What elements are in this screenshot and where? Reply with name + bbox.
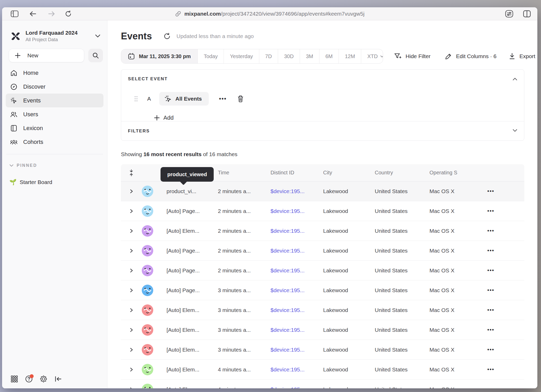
collapse-section-icon[interactable] (513, 77, 517, 82)
table-row[interactable]: [Auto] Page... 2 minutes a... $device:19… (121, 261, 524, 280)
row-menu-icon[interactable]: ••• (482, 208, 524, 214)
split-view-icon[interactable] (522, 9, 532, 19)
collapse-rows-icon[interactable] (121, 169, 142, 176)
distinct-id-link[interactable]: $device:195... (270, 248, 323, 254)
sidebar-item-starter-board[interactable]: 🌱 Starter Board (9, 179, 107, 186)
add-event-button[interactable]: Add (154, 114, 174, 121)
help-icon[interactable] (24, 374, 34, 384)
header-time[interactable]: Time (218, 170, 270, 176)
event-name: [Auto] Elem... (160, 386, 218, 389)
row-menu-icon[interactable]: ••• (482, 228, 524, 234)
new-button[interactable]: New (9, 49, 84, 62)
row-menu-icon[interactable]: ••• (482, 347, 524, 353)
expand-row-icon[interactable] (121, 327, 142, 333)
table-row[interactable]: [Auto] Elem... 3 minutes a... $device:19… (121, 320, 524, 340)
preset-6m[interactable]: 6M (319, 49, 339, 63)
distinct-id-link[interactable]: $device:195... (270, 228, 323, 234)
expand-row-icon[interactable] (121, 189, 142, 194)
row-menu-icon[interactable]: ••• (482, 248, 524, 254)
project-switcher[interactable]: Lord Farquaad 2024 All Project Data (10, 30, 102, 42)
row-menu-icon[interactable]: ••• (482, 307, 524, 313)
header-distinct-id[interactable]: Distinct ID (270, 170, 323, 176)
address-bar[interactable]: mixpanel.com/project/3472420/view/397469… (175, 7, 364, 20)
header-country[interactable]: Country (375, 170, 429, 176)
preset-3m[interactable]: 3M (300, 49, 319, 63)
sidebar-item-cohorts[interactable]: Cohorts (6, 135, 103, 149)
distinct-id-link[interactable]: $device:195... (270, 386, 323, 389)
distinct-id-link[interactable]: $device:195... (270, 188, 323, 194)
edit-columns-button[interactable]: Edit Columns · 6 (445, 53, 496, 60)
collapse-sidebar-icon[interactable] (53, 374, 63, 384)
table-row[interactable]: [Auto] Page... 2 minutes a... $device:19… (121, 241, 524, 261)
gear-icon[interactable] (39, 374, 48, 384)
table-row[interactable]: [Auto] Elem... 3 minutes a... $device:19… (121, 340, 524, 360)
sidebar-item-users[interactable]: Users (6, 107, 103, 121)
table-row[interactable]: product_vi... 2 minutes a... $device:195… (121, 181, 524, 201)
more-options-icon[interactable]: ••• (219, 95, 227, 102)
refresh-icon[interactable] (163, 33, 171, 40)
trash-icon[interactable] (237, 95, 244, 102)
back-icon[interactable] (28, 9, 38, 19)
row-menu-icon[interactable]: ••• (482, 188, 524, 194)
distinct-id-link[interactable]: $device:195... (270, 327, 323, 333)
table-row[interactable]: [Auto] Elem... 2 minutes a... $device:19… (121, 221, 524, 241)
preset-7d[interactable]: 7D (259, 49, 278, 63)
header-city[interactable]: City (323, 170, 375, 176)
preset-yesterday[interactable]: Yesterday (224, 49, 259, 63)
table-row[interactable]: [Auto] Elem... 3 minutes a... $device:19… (121, 300, 524, 320)
row-menu-icon[interactable]: ••• (482, 366, 524, 372)
reload-icon[interactable] (63, 9, 73, 19)
row-menu-icon[interactable]: ••• (482, 267, 524, 273)
date-picker[interactable]: Mar 11, 2025 3:30 pm (121, 49, 198, 63)
sidebar-item-home[interactable]: Home (6, 66, 103, 80)
expand-row-icon[interactable] (121, 209, 142, 214)
preset-30d[interactable]: 30D (278, 49, 300, 63)
distinct-id-link[interactable]: $device:195... (270, 287, 323, 293)
forward-icon[interactable] (46, 9, 57, 19)
distinct-id-link[interactable]: $device:195... (270, 347, 323, 353)
filters-title: FILTERS (128, 128, 150, 134)
expand-row-icon[interactable] (121, 268, 142, 273)
query-builder-card: SELECT EVENT A (121, 69, 524, 141)
sidebar-item-discover[interactable]: Discover (6, 80, 103, 94)
table-row[interactable]: [Auto] Page... 2 minutes a... $device:19… (121, 201, 524, 221)
table-row[interactable]: [Auto] Elem... 4 minutes a... $device:19… (121, 360, 524, 379)
row-menu-icon[interactable]: ••• (482, 327, 524, 333)
export-button[interactable]: Export (509, 53, 535, 60)
event-city: Lakewood (323, 347, 375, 353)
preset-xtd[interactable]: XTD (361, 49, 383, 63)
preset-12m[interactable]: 12M (339, 49, 361, 63)
pinned-section-toggle[interactable]: PINNED (9, 163, 107, 168)
page-settings-icon[interactable] (504, 9, 514, 19)
distinct-id-link[interactable]: $device:195... (270, 366, 323, 373)
row-menu-icon[interactable]: ••• (482, 386, 524, 388)
filters-section[interactable]: FILTERS (121, 121, 524, 140)
search-button[interactable] (88, 49, 103, 62)
header-operating-system[interactable]: Operating S (429, 170, 482, 176)
distinct-id-link[interactable]: $device:195... (270, 267, 323, 274)
all-events-chip[interactable]: All Events (159, 92, 209, 106)
apps-grid-icon[interactable] (9, 374, 19, 384)
expand-row-icon[interactable] (121, 308, 142, 313)
expand-section-icon[interactable] (513, 128, 517, 133)
sidebar-item-lexicon[interactable]: Lexicon (6, 121, 103, 135)
table-row[interactable]: [Auto] Page... 3 minutes a... $device:19… (121, 280, 524, 300)
expand-row-icon[interactable] (121, 248, 142, 253)
preset-today[interactable]: Today (198, 49, 224, 63)
expand-row-icon[interactable] (121, 387, 142, 389)
drag-handle-icon[interactable] (134, 96, 138, 102)
expand-row-icon[interactable] (121, 347, 142, 352)
expand-row-icon[interactable] (121, 228, 142, 234)
sidebar-item-events[interactable]: Events (6, 94, 103, 107)
browser-sidebar-toggle-icon[interactable] (9, 9, 20, 19)
table-row[interactable]: [Auto] Elem... 4 minutes a... $device:19… (121, 379, 524, 388)
event-name: [Auto] Elem... (160, 366, 218, 373)
expand-row-icon[interactable] (121, 288, 142, 293)
row-menu-icon[interactable]: ••• (482, 287, 524, 293)
notification-badge (30, 374, 34, 378)
distinct-id-link[interactable]: $device:195... (270, 208, 323, 214)
pencil-icon (445, 53, 452, 60)
distinct-id-link[interactable]: $device:195... (270, 307, 323, 313)
expand-row-icon[interactable] (121, 367, 142, 372)
hide-filter-button[interactable]: Hide Filter (394, 53, 431, 60)
